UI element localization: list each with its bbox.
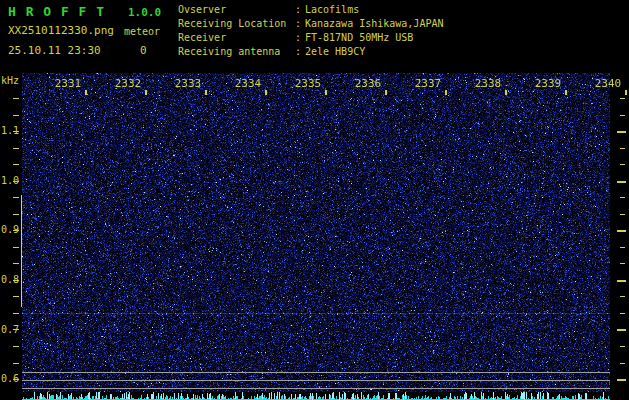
info-separator: : (295, 45, 305, 59)
axis-tick (620, 313, 625, 314)
spectrogram-noise-canvas (22, 73, 610, 392)
freq-axis-label: 0.9 (1, 224, 19, 235)
station-info: Ovserver:Lacofilms Receiving Location:Ka… (178, 3, 443, 59)
output-filename: XX2510112330.png (8, 24, 114, 37)
time-axis-label: 2335 (295, 77, 322, 90)
axis-tick (620, 164, 625, 165)
axis-tick (13, 247, 19, 248)
axis-tick (13, 197, 19, 198)
axis-tick (620, 115, 625, 116)
counting-range-marker (21, 195, 22, 307)
axis-tick (325, 90, 327, 95)
time-axis-label: 2339 (535, 77, 562, 90)
freq-axis-label: 0.8 (1, 274, 19, 285)
axis-tick (620, 197, 625, 198)
time-axis-label: 2331 (55, 77, 82, 90)
info-value: Kanazawa Ishikawa,JAPAN (305, 18, 443, 29)
freq-axis-label: 1.1 (1, 125, 19, 136)
info-label: Receiving Location (178, 17, 295, 31)
time-axis-label: 2334 (235, 77, 262, 90)
info-label: Receiving antenna (178, 45, 295, 59)
info-label: Ovserver (178, 3, 295, 17)
axis-tick (617, 131, 626, 133)
info-label: Receiver (178, 31, 295, 45)
axis-tick (385, 90, 387, 95)
observation-datetime: 25.10.11 23:30 (8, 44, 101, 57)
info-separator: : (295, 3, 305, 17)
axis-tick (13, 346, 19, 347)
axis-tick (13, 148, 19, 149)
reference-line (22, 372, 610, 373)
axis-tick (620, 346, 625, 347)
axis-tick (617, 379, 626, 381)
axis-tick (13, 313, 19, 314)
axis-tick (620, 214, 625, 215)
axis-tick (620, 148, 625, 149)
app-title: H R O F F T (8, 4, 105, 19)
axis-tick (620, 98, 625, 99)
axis-tick (445, 90, 447, 95)
freq-axis-label: 0.7 (1, 324, 19, 335)
axis-tick (13, 214, 19, 215)
axis-tick (13, 296, 19, 297)
axis-tick (620, 247, 625, 248)
info-separator: : (295, 31, 305, 45)
meteor-count: 0 (140, 44, 147, 57)
signal-level-trace-canvas (22, 390, 610, 400)
axis-tick (13, 263, 19, 264)
info-row-receiver: Receiver:FT-817ND 50MHz USB (178, 31, 443, 45)
freq-axis-label: 0.6 (1, 373, 19, 384)
axis-tick (205, 90, 207, 95)
info-row-observer: Ovserver:Lacofilms (178, 3, 443, 17)
info-value: FT-817ND 50MHz USB (305, 32, 413, 43)
axis-tick (617, 181, 626, 183)
axis-tick (265, 90, 267, 95)
axis-tick (505, 90, 507, 95)
axis-tick (617, 230, 626, 232)
info-row-antenna: Receiving antenna:2ele HB9CY (178, 45, 443, 59)
time-axis-label: 2340 (595, 77, 622, 90)
axis-tick (620, 263, 625, 264)
axis-tick (617, 329, 626, 331)
axis-tick (85, 90, 87, 95)
axis-tick (13, 115, 19, 116)
axis-tick (13, 363, 19, 364)
axis-tick (620, 296, 625, 297)
axis-tick (13, 98, 19, 99)
observation-mode: meteor (124, 26, 160, 37)
reference-line (22, 380, 610, 381)
time-axis-label: 2337 (415, 77, 442, 90)
app-version: 1.0.0 (128, 6, 161, 19)
info-value: 2ele HB9CY (305, 46, 365, 57)
axis-tick (625, 90, 627, 95)
info-row-location: Receiving Location:Kanazawa Ishikawa,JAP… (178, 17, 443, 31)
axis-tick (565, 90, 567, 95)
axis-tick (620, 363, 625, 364)
hrofft-screen: H R O F F T 1.0.0 XX2510112330.png meteo… (0, 0, 629, 400)
info-separator: : (295, 17, 305, 31)
axis-tick (145, 90, 147, 95)
axis-tick (617, 280, 626, 282)
reference-line (22, 388, 610, 389)
freq-axis-unit-label: kHz (1, 75, 19, 86)
time-axis-label: 2338 (475, 77, 502, 90)
info-value: Lacofilms (305, 4, 359, 15)
time-axis-label: 2332 (115, 77, 142, 90)
carrier-signal-line (22, 313, 610, 314)
freq-axis-label: 1.0 (1, 175, 19, 186)
axis-tick (13, 164, 19, 165)
time-axis-label: 2336 (355, 77, 382, 90)
time-axis-label: 2333 (175, 77, 202, 90)
